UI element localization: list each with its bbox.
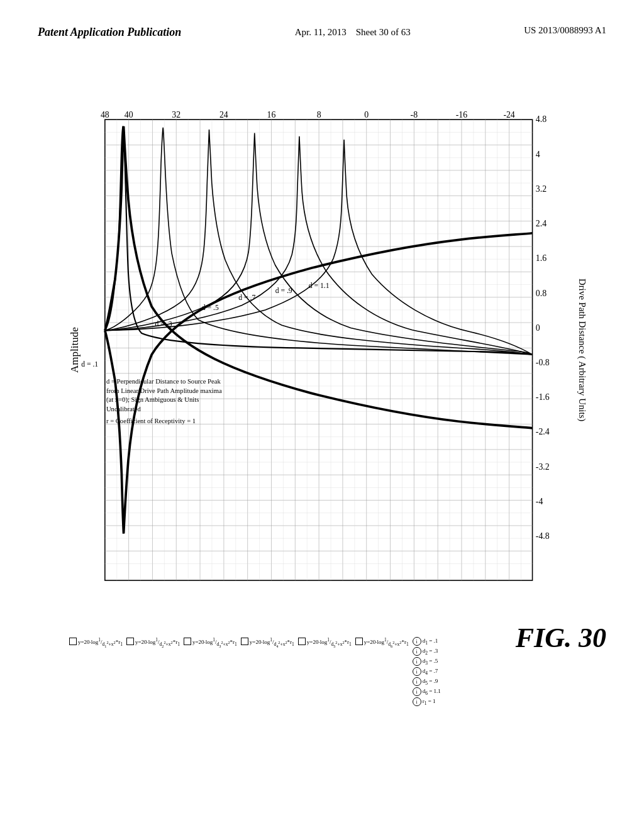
svg-text:8: 8 xyxy=(317,110,321,119)
svg-text:48: 48 xyxy=(101,110,109,119)
publication-date-sheet: Apr. 11, 2013 Sheet 30 of 63 xyxy=(295,25,411,40)
circle-legend-group: i d1 = .1 i d2 = .3 i d3 = .5 i d4 = .7 xyxy=(413,637,441,707)
svg-text:4.8: 4.8 xyxy=(536,114,547,124)
amplitude-ticks: 48 40 32 24 16 8 0 -8 -16 -24 xyxy=(101,110,515,119)
drive-path-axis-label: Drive Path Distance ( Arbitrary Units) xyxy=(577,279,587,421)
legend-item-2: y=20·log1/d22+x2*r1 xyxy=(126,637,180,648)
figure-container: Amplitude 48 40 32 24 16 8 0 -8 -16 -24 … xyxy=(31,88,613,792)
legend-item-1: y=20·log1/d12+x2*r1 xyxy=(69,637,123,648)
svg-text:1.6: 1.6 xyxy=(536,253,547,263)
page-header: Patent Application Publication Apr. 11, … xyxy=(38,25,606,40)
svg-rect-1 xyxy=(105,119,533,580)
amplitude-axis-label: Amplitude xyxy=(69,327,80,373)
figure-label: FIG. 30 xyxy=(516,622,606,654)
svg-text:24: 24 xyxy=(219,110,228,119)
drive-path-ticks: 4.8 4 3.2 2.4 1.6 0.8 0 -0.8 -1.6 -2.4 -… xyxy=(536,114,550,541)
svg-text:-24: -24 xyxy=(503,110,514,119)
legend-item-5: y=20·log1/d52+x2*r1 xyxy=(298,637,352,648)
publication-title: Patent Application Publication xyxy=(38,25,181,40)
svg-text:-4: -4 xyxy=(536,497,543,506)
legend-area: y=20·log1/d12+x2*r1 y=20·log1/d22+x2*r1 … xyxy=(69,632,550,792)
publication-number: US 2013/0088993 A1 xyxy=(524,25,606,36)
legend-item-3: y=20·log1/d32+x2*r1 xyxy=(184,637,237,648)
svg-text:40: 40 xyxy=(125,110,133,119)
svg-text:-0.8: -0.8 xyxy=(536,358,550,367)
svg-text:0: 0 xyxy=(364,110,369,119)
svg-text:2.4: 2.4 xyxy=(536,219,547,228)
svg-text:16: 16 xyxy=(267,110,276,119)
legend-item-4: y=20·log1/d42+x2*r1 xyxy=(241,637,294,648)
svg-text:-3.2: -3.2 xyxy=(536,462,550,472)
page: Patent Application Publication Apr. 11, … xyxy=(0,0,644,830)
d-label-9: d = .9 xyxy=(275,287,292,295)
legend-item-6: y=20·log1/d62+x2*r1 xyxy=(355,637,409,648)
d-label-1: d = .1 xyxy=(81,360,98,368)
svg-text:-16: -16 xyxy=(456,110,467,119)
svg-text:-2.4: -2.4 xyxy=(536,428,550,437)
svg-text:4: 4 xyxy=(536,150,540,159)
svg-text:3.2: 3.2 xyxy=(536,184,547,194)
svg-text:-1.6: -1.6 xyxy=(536,392,550,402)
svg-text:-4.8: -4.8 xyxy=(536,531,550,541)
svg-text:32: 32 xyxy=(172,110,180,119)
svg-text:-8: -8 xyxy=(411,110,418,119)
svg-text:0.8: 0.8 xyxy=(536,289,547,298)
svg-text:0: 0 xyxy=(536,323,540,333)
